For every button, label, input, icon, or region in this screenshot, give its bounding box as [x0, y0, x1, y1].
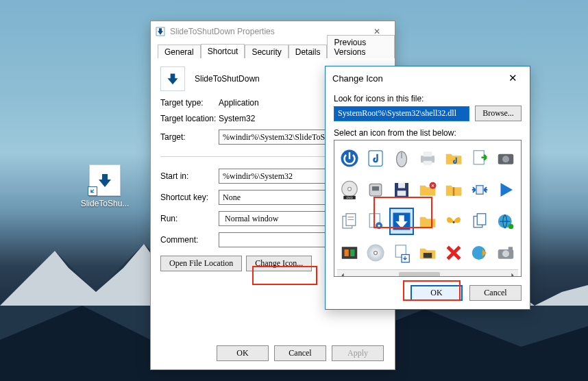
change-icon-button[interactable]: Change Icon...: [246, 256, 312, 271]
svg-rect-22: [453, 187, 455, 196]
icon-device[interactable]: [363, 176, 388, 204]
svg-point-47: [502, 250, 509, 257]
properties-ok-button[interactable]: OK: [217, 345, 269, 361]
change-icon-cancel-button[interactable]: Cancel: [469, 285, 522, 301]
svg-rect-44: [424, 253, 432, 258]
change-icon-title: Change Icon: [332, 73, 502, 84]
icon-globe-arrow[interactable]: [467, 239, 492, 267]
icon-doc-gear[interactable]: [363, 208, 388, 235]
properties-apply-button: Apply: [332, 345, 384, 361]
scroll-left-icon[interactable]: [337, 270, 348, 277]
tab-previous-versions[interactable]: Previous Versions: [327, 35, 395, 58]
label-shortcut-key: Shortcut key:: [160, 193, 219, 202]
icon-doc-arrow[interactable]: [467, 145, 492, 172]
icon-list[interactable]: DVD ✕: [334, 140, 522, 277]
svg-rect-19: [397, 190, 406, 196]
icon-butterfly[interactable]: [441, 208, 466, 235]
change-icon-ok-button[interactable]: OK: [411, 285, 463, 301]
svg-text:DVD: DVD: [346, 196, 352, 199]
select-icon-label: Select an icon from the list below:: [334, 128, 522, 138]
icon-folder-zip[interactable]: [441, 176, 466, 204]
icon-music-note[interactable]: [363, 145, 388, 172]
properties-cancel-button[interactable]: Cancel: [274, 345, 326, 361]
icon-mouse[interactable]: [389, 145, 414, 172]
properties-app-icon: [155, 26, 166, 37]
icon-cd[interactable]: [363, 239, 388, 267]
label-target-location: Target location:: [160, 114, 219, 123]
shortcut-name: SlideToShutDown: [195, 74, 260, 84]
scroll-thumb[interactable]: [399, 272, 440, 277]
svg-rect-48: [509, 247, 513, 250]
svg-rect-18: [398, 183, 405, 188]
change-icon-titlebar[interactable]: Change Icon ✕: [326, 66, 530, 90]
svg-rect-23: [476, 186, 483, 195]
svg-point-32: [453, 221, 455, 223]
icon-camera-2[interactable]: [493, 239, 518, 267]
icon-folder-music[interactable]: [441, 145, 466, 172]
icon-folder-film[interactable]: [415, 239, 440, 267]
change-icon-dialog: Change Icon ✕ Look for icons in this fil…: [325, 66, 530, 310]
shortcut-large-icon: [160, 66, 185, 91]
tab-details[interactable]: Details: [289, 45, 328, 58]
svg-rect-38: [345, 249, 349, 256]
label-comment: Comment:: [160, 235, 219, 245]
icon-list-scrollbar[interactable]: [337, 269, 518, 277]
icon-play[interactable]: [493, 176, 518, 204]
shortcut-label: SlideToShu...: [78, 199, 132, 208]
label-target: Target:: [160, 132, 219, 142]
icon-path-input[interactable]: [334, 106, 469, 121]
icon-copy[interactable]: [467, 208, 492, 235]
icon-power[interactable]: [337, 145, 362, 172]
svg-rect-37: [342, 247, 358, 259]
tab-shortcut[interactable]: Shortcut: [201, 44, 245, 58]
icon-resize[interactable]: [467, 176, 492, 204]
tab-security[interactable]: Security: [245, 45, 288, 58]
label-target-type: Target type:: [160, 98, 219, 108]
icon-filmstrip[interactable]: [337, 239, 362, 267]
icon-floppy[interactable]: [389, 176, 414, 204]
icon-printer[interactable]: [415, 145, 440, 172]
icon-documents[interactable]: [337, 208, 362, 235]
shortcut-overlay-icon: [88, 186, 97, 196]
icon-down-arrow-selected[interactable]: [389, 208, 414, 235]
svg-rect-34: [477, 214, 486, 225]
svg-point-10: [502, 156, 509, 162]
svg-rect-16: [372, 186, 379, 190]
icon-camera[interactable]: [493, 145, 518, 172]
down-arrow-icon: [97, 172, 113, 188]
tab-strip: General Shortcut Security Details Previo…: [151, 42, 395, 58]
svg-point-41: [374, 251, 378, 255]
svg-point-30: [378, 225, 380, 227]
look-for-icons-label: Look for icons in this file:: [334, 94, 522, 103]
svg-text:✕: ✕: [431, 183, 434, 188]
icon-globe-pin[interactable]: [493, 208, 518, 235]
browse-button[interactable]: Browse...: [475, 106, 522, 121]
label-run: Run:: [160, 214, 219, 223]
svg-rect-6: [424, 151, 432, 157]
label-start-in: Start in:: [160, 171, 219, 181]
icon-download[interactable]: [389, 239, 414, 267]
icon-folder-warning[interactable]: ✕: [415, 176, 440, 204]
icon-dvd[interactable]: DVD: [337, 176, 362, 204]
svg-rect-39: [350, 249, 354, 256]
open-file-location-button[interactable]: Open File Location: [160, 256, 242, 271]
svg-point-12: [348, 187, 352, 190]
icon-folder[interactable]: [415, 208, 440, 235]
change-icon-close-icon[interactable]: ✕: [502, 72, 523, 84]
svg-rect-7: [424, 161, 432, 165]
svg-point-36: [509, 224, 514, 230]
scroll-right-icon[interactable]: [507, 270, 518, 277]
icon-delete-x[interactable]: [441, 239, 466, 267]
desktop-shortcut[interactable]: SlideToShu...: [78, 164, 132, 208]
tab-general[interactable]: General: [158, 45, 201, 58]
